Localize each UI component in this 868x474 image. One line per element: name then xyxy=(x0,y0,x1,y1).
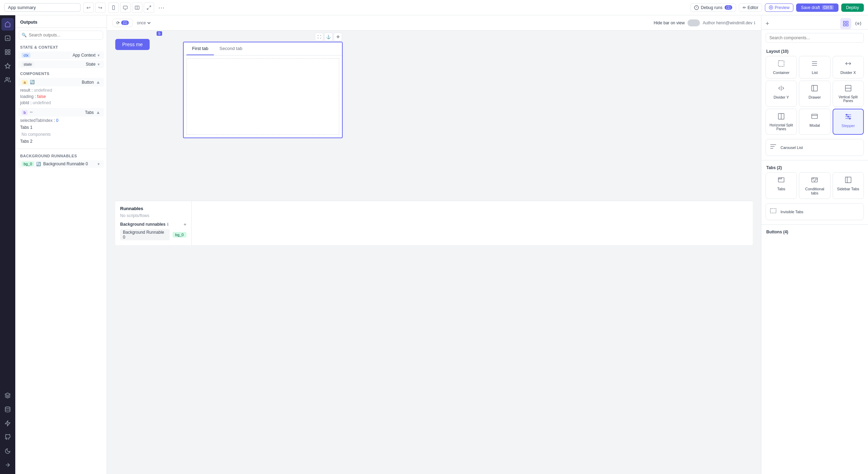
modal-icon xyxy=(811,113,818,122)
sidebar-icon-star[interactable] xyxy=(1,60,14,72)
bg-runnable-label: Background Runnable 0 xyxy=(43,161,95,166)
layout-stepper[interactable]: Stepper xyxy=(833,109,864,135)
sidebar-icon-grid[interactable] xyxy=(1,46,14,58)
right-panel: + Layout (10) Container List xyxy=(761,15,868,474)
undo-redo-group: ↩ ↪ xyxy=(83,2,106,13)
right-add-icon[interactable]: + xyxy=(766,20,769,27)
layout-divider-y[interactable]: Divider Y xyxy=(766,81,797,107)
debug-runs-button[interactable]: Debug runs (1) xyxy=(690,3,736,12)
frequency-select[interactable]: once xyxy=(135,20,152,26)
svg-rect-1 xyxy=(123,6,127,9)
more-options-button[interactable]: ⋯ xyxy=(157,4,166,11)
layout-drawer[interactable]: Drawer xyxy=(799,81,830,107)
conditional-tabs-item[interactable]: Conditional tabs xyxy=(799,172,830,199)
tabs-move-icon[interactable]: ✥ xyxy=(334,33,342,41)
bg-item-name: Background Runnable 0 xyxy=(120,229,170,240)
save-shortcut: Ctrl S xyxy=(822,5,834,10)
layout-container[interactable]: Container xyxy=(766,56,797,78)
svg-rect-16 xyxy=(8,53,10,55)
app-title-input[interactable] xyxy=(4,3,81,12)
component-b-tabindex: selectedTabIndex : 0 xyxy=(15,117,107,124)
sidebar-icon-github[interactable] xyxy=(1,431,14,443)
sidebar-icon-database[interactable] xyxy=(1,403,14,416)
left-sidebar xyxy=(0,15,15,474)
divider-y-label: Divider Y xyxy=(774,95,789,99)
press-me-button[interactable]: Press me xyxy=(115,39,150,50)
sidebar-icon-arrow-right[interactable] xyxy=(1,459,14,471)
state-chevron-icon: ▼ xyxy=(97,63,100,66)
layout-carousel-list[interactable]: Carousel List xyxy=(766,139,864,156)
bg-runnable-row: bg_0 🔄 Background Runnable 0 ▼ xyxy=(18,160,104,168)
tabs-item[interactable]: Tabs xyxy=(766,172,797,199)
ctx-value-text: App Context xyxy=(73,53,95,58)
component-b-toggle[interactable]: ▲ xyxy=(96,110,100,115)
svg-rect-34 xyxy=(812,85,818,91)
tabs1-empty: No components xyxy=(15,131,107,138)
mobile-view-button[interactable] xyxy=(108,2,119,13)
tabs-expand-icon[interactable]: ⛶ xyxy=(315,33,323,41)
deploy-label: Deploy xyxy=(846,5,859,10)
tab-first[interactable]: First tab xyxy=(186,42,214,55)
layout-modal[interactable]: Modal xyxy=(799,109,830,135)
ctx-key-badge: ctx xyxy=(22,53,31,58)
sidebar-icon-chart[interactable] xyxy=(1,32,14,44)
conditional-tabs-label: Conditional tabs xyxy=(801,187,828,195)
author-info-icon[interactable]: ℹ xyxy=(754,20,756,25)
undo-button[interactable]: ↩ xyxy=(83,2,94,13)
sidebar-icon-moon[interactable] xyxy=(1,445,14,457)
right-tab-components[interactable] xyxy=(840,18,851,29)
ctx-value-display: App Context ▼ xyxy=(73,53,100,58)
bg-runnable-icon: 🔄 xyxy=(36,162,41,166)
refresh-button[interactable]: ⟳ (1) xyxy=(112,19,133,27)
tab-second[interactable]: Second tab xyxy=(214,42,248,55)
refresh-count-badge: (1) xyxy=(121,20,129,25)
invisible-tabs-item[interactable]: Invisible Tabs xyxy=(766,203,864,220)
tabs-anchor-icon[interactable]: ⚓ xyxy=(324,33,333,41)
redo-button[interactable]: ↪ xyxy=(95,2,106,13)
sidebar-icon-bolt[interactable] xyxy=(1,417,14,430)
svg-point-27 xyxy=(858,23,859,25)
preview-button[interactable]: Preview xyxy=(765,3,793,12)
sidebar-icon-home[interactable] xyxy=(1,18,14,31)
components-search-input[interactable] xyxy=(766,33,864,43)
invisible-tabs-icon xyxy=(769,207,777,216)
vertical-split-label: Vertical Split Panes xyxy=(835,95,861,103)
layout-section-header: Layout (10) xyxy=(761,46,868,56)
outputs-search-input[interactable] xyxy=(19,31,103,40)
runnables-empty: No scripts/flows xyxy=(120,213,186,218)
fullscreen-button[interactable] xyxy=(144,2,154,13)
container-label: Container xyxy=(773,70,790,75)
outputs-title: Outputs xyxy=(15,15,107,28)
sidebar-tabs-item[interactable]: Sidebar Tabs xyxy=(833,172,864,199)
bg-item-badge: bg_0 xyxy=(173,232,186,238)
topbar: ↩ ↪ ⋯ Debug runs (1) ✏ Editor Preview Sa… xyxy=(0,0,868,15)
split-view-button[interactable] xyxy=(132,2,142,13)
editor-label: Editor xyxy=(748,5,758,10)
desktop-view-button[interactable] xyxy=(120,2,131,13)
tabs-grid: Tabs Conditional tabs Sidebar Tabs xyxy=(761,172,868,203)
svg-point-20 xyxy=(5,407,10,409)
tabs-component: ⛶ ⚓ ✥ First tab Second tab xyxy=(183,42,343,138)
sidebar-icon-users[interactable] xyxy=(1,74,14,86)
editor-button[interactable]: ✏ Editor xyxy=(739,3,762,12)
tabs-component-toolbar: ⛶ ⚓ ✥ xyxy=(315,33,342,41)
save-draft-button[interactable]: Save draft Ctrl S xyxy=(796,3,838,12)
bg-key-badge: bg_0 xyxy=(22,161,34,166)
right-tab-settings[interactable] xyxy=(853,18,864,29)
state-context-header: State & Context xyxy=(15,42,107,51)
tabs-body xyxy=(186,58,339,135)
add-bg-runnable-icon[interactable]: + xyxy=(184,222,186,227)
component-a-toggle[interactable]: ▲ xyxy=(96,80,100,85)
hide-bar-toggle[interactable] xyxy=(687,19,700,26)
horizontal-split-icon xyxy=(777,113,785,122)
info-icon: ℹ xyxy=(167,222,168,227)
component-b-edit-icon[interactable]: ✏ xyxy=(30,110,33,115)
component-b-type: Tabs xyxy=(85,110,94,115)
deploy-button[interactable]: Deploy xyxy=(841,3,864,12)
layout-divider-x[interactable]: Divider X xyxy=(833,56,864,78)
state-value-text: State xyxy=(86,62,95,67)
layout-horizontal-split[interactable]: Horizontal Split Panes xyxy=(766,109,797,135)
layout-list[interactable]: List xyxy=(799,56,830,78)
layout-vertical-split[interactable]: Vertical Split Panes xyxy=(833,81,864,107)
sidebar-icon-layers[interactable] xyxy=(1,389,14,402)
